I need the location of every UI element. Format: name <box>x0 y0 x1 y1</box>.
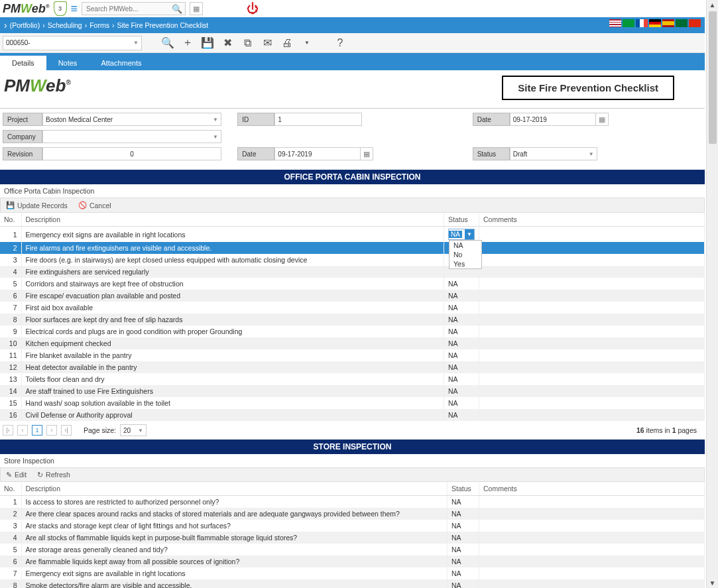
cell-comments[interactable] <box>479 567 705 579</box>
pager-last-icon[interactable]: ›| <box>61 425 72 436</box>
refresh-button[interactable]: ↻Refresh <box>37 471 70 479</box>
add-icon[interactable]: ＋ <box>180 36 195 50</box>
cell-comments[interactable] <box>479 361 705 373</box>
cell-status[interactable]: NA▼NANoYes <box>444 227 479 243</box>
search-input[interactable]: 🔍 <box>82 2 186 15</box>
table-row[interactable]: 3Fire doors (e.g. in stairways) are kept… <box>0 254 705 266</box>
cell-status[interactable]: NA <box>444 278 479 290</box>
cell-status[interactable]: NA <box>444 314 479 325</box>
cell-status[interactable]: NA <box>448 532 479 544</box>
scroll-down-icon[interactable]: ▼ <box>707 578 718 588</box>
flag-es-icon[interactable] <box>662 19 674 27</box>
status-option[interactable]: NA <box>449 241 481 250</box>
col-comments[interactable]: Comments <box>479 213 705 227</box>
field-date2[interactable]: 09-17-2019 <box>510 113 596 126</box>
cell-comments[interactable] <box>479 349 705 361</box>
print-icon[interactable]: 🖨 <box>280 36 294 50</box>
cell-status[interactable]: NA <box>444 290 479 302</box>
update-records-button[interactable]: 💾Update Records <box>6 201 68 209</box>
cell-comments[interactable] <box>479 266 705 278</box>
table-row[interactable]: 8Smoke detectors/fire alarm are visible … <box>0 579 705 588</box>
cell-status[interactable]: NA <box>444 302 479 314</box>
tab-notes[interactable]: Notes <box>46 56 90 70</box>
pager-page-1[interactable]: 1 <box>32 425 42 436</box>
table-row[interactable]: 9Electrical cords and plugs are in good … <box>0 325 705 337</box>
print-dropdown-icon[interactable]: ▼ <box>300 36 314 50</box>
cell-comments[interactable] <box>479 254 705 266</box>
crumb-scheduling[interactable]: Scheduling <box>48 21 82 29</box>
crumb-page[interactable]: Site Fire Prevention Checklist <box>117 21 208 29</box>
table-row[interactable]: 2Fire alarms and fire extinguishers are … <box>0 242 705 254</box>
tab-details[interactable]: Details <box>0 56 46 70</box>
table-row[interactable]: 1Emergency exit signs are available in r… <box>0 227 705 243</box>
edit-button[interactable]: ✎Edit <box>6 471 27 479</box>
hamburger-icon[interactable]: ≡ <box>71 2 78 16</box>
mail-icon[interactable]: ✉ <box>260 36 274 50</box>
table-row[interactable]: 3Are stacks and storage kept clear of li… <box>0 520 705 532</box>
col-no[interactable]: No. <box>0 213 21 227</box>
delete-icon[interactable]: ✖ <box>220 36 235 50</box>
table-row[interactable]: 10Kitchen equipment checkedNA <box>0 337 705 349</box>
cell-status[interactable]: NA <box>448 520 479 532</box>
search-field[interactable] <box>85 5 172 13</box>
search-icon[interactable]: 🔍 <box>172 4 182 14</box>
pager-next-icon[interactable]: › <box>46 425 57 436</box>
flag-sa-icon[interactable] <box>676 19 688 27</box>
alerts-shield[interactable]: 3 <box>54 1 67 16</box>
table-row[interactable]: 6Are flammable liquids kept away from al… <box>0 556 705 567</box>
table-row[interactable]: 7First aid box availableNA <box>0 302 705 314</box>
copy-icon[interactable]: ⧉ <box>240 36 255 50</box>
col-description[interactable]: Description <box>21 213 444 227</box>
vertical-scrollbar[interactable]: ▲ ▼ <box>706 0 718 588</box>
flag-fr-icon[interactable] <box>636 19 648 27</box>
cell-status[interactable]: NA <box>448 579 479 588</box>
field-company[interactable]: ▼ <box>42 130 221 143</box>
chevron-down-icon[interactable]: ▼ <box>465 229 474 239</box>
status-option[interactable]: No <box>449 250 481 259</box>
cell-status[interactable]: NA <box>444 373 479 385</box>
cell-status[interactable]: NA <box>444 325 479 337</box>
field-revision[interactable]: 0 <box>42 147 221 160</box>
cell-status[interactable]: NA <box>448 508 479 520</box>
cell-comments[interactable] <box>479 337 705 349</box>
cell-status[interactable]: NA <box>444 349 479 361</box>
crumb-forms[interactable]: Forms <box>90 21 109 29</box>
cell-comments[interactable] <box>479 278 705 290</box>
field-status[interactable]: Draft▼ <box>510 147 597 160</box>
col-no[interactable]: No. <box>0 482 21 496</box>
cell-comments[interactable] <box>479 227 705 243</box>
cell-status[interactable]: NA <box>444 385 479 397</box>
cell-comments[interactable] <box>479 409 705 421</box>
col-status[interactable]: Status <box>444 213 479 227</box>
cell-comments[interactable] <box>479 532 705 544</box>
page-size-select[interactable]: 20▼ <box>120 424 147 436</box>
col-status[interactable]: Status <box>448 482 479 496</box>
cell-comments[interactable] <box>479 556 705 567</box>
cell-comments[interactable] <box>479 520 705 532</box>
power-icon[interactable]: ⏻ <box>247 2 259 16</box>
cell-comments[interactable] <box>479 290 705 302</box>
date-picker-icon[interactable]: ▦ <box>190 2 203 15</box>
cell-comments[interactable] <box>479 508 705 520</box>
cell-status[interactable]: NA <box>448 556 479 567</box>
cell-comments[interactable] <box>479 302 705 314</box>
cell-status[interactable]: NA <box>448 496 479 508</box>
cell-comments[interactable] <box>479 325 705 337</box>
cell-status[interactable]: NA <box>448 567 479 579</box>
table-row[interactable]: 8Floor surfaces are kept dry and free of… <box>0 314 705 325</box>
flag-br-icon[interactable] <box>623 19 634 27</box>
table-row[interactable]: 11Fire blanket available in the pantryNA <box>0 349 705 361</box>
flag-de-icon[interactable] <box>649 19 661 27</box>
scroll-up-icon[interactable]: ▲ <box>707 0 718 10</box>
cell-comments[interactable] <box>479 397 705 409</box>
col-description[interactable]: Description <box>21 482 448 496</box>
flag-cn-icon[interactable] <box>689 19 701 27</box>
calendar-icon[interactable]: ▦ <box>595 113 609 126</box>
tab-attachments[interactable]: Attachments <box>89 56 153 70</box>
table-row[interactable]: 2Are there clear spaces around racks and… <box>0 508 705 520</box>
pager-first-icon[interactable]: |‹ <box>3 425 13 436</box>
cell-status[interactable]: NA <box>444 397 479 409</box>
table-row[interactable]: 16Civil Defense or Authority approvalNA <box>0 409 705 421</box>
cell-status[interactable]: NA <box>448 544 479 556</box>
cell-comments[interactable] <box>479 496 705 508</box>
